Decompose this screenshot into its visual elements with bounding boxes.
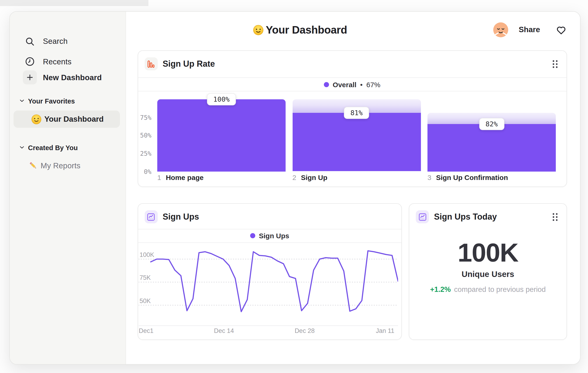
y-tick-label: 75% — [140, 113, 151, 121]
sidebar-section-created-by-you[interactable]: Created By You — [10, 142, 125, 154]
x-tick-label: Jan 11 — [376, 327, 394, 334]
stat-delta-row: +1.2% compared to previous period — [409, 285, 567, 294]
sidebar-section-label: Your Favorites — [28, 97, 75, 105]
divider — [138, 77, 566, 78]
sign-ups-card: Sign Ups Sign Ups 100K75K50K Dec1Dec 14D… — [137, 203, 402, 340]
card-title: Sign Ups — [163, 212, 199, 222]
legend-separator: • — [360, 81, 363, 89]
sign-up-rate-card: Sign Up Rate Overall • 67% 75%50%25%0% 1… — [137, 50, 567, 187]
step-number: 1 — [157, 173, 161, 181]
divider — [138, 242, 401, 243]
page-title: Your Dashboard — [266, 24, 347, 36]
sign-ups-today-card: Sign Ups Today 100K Unique Users +1.2% c… — [409, 203, 567, 340]
legend-dot — [250, 233, 255, 238]
funnel-legend: Overall • 67% — [138, 81, 566, 89]
step-name: Sign Up Confirmation — [436, 173, 508, 181]
legend-label: Sign Ups — [259, 232, 289, 240]
legend-dot — [324, 82, 329, 87]
sidebar-item-search[interactable]: Search — [10, 33, 125, 50]
funnel-value-label: 82% — [479, 118, 504, 130]
pencil-emoji-icon — [29, 161, 38, 171]
background-window-edge — [0, 0, 148, 6]
x-tick-label: Dec 14 — [214, 327, 234, 334]
plus-icon — [23, 71, 37, 84]
card-title: Sign Ups Today — [434, 212, 497, 222]
sidebar-section-your-favorites[interactable]: Your Favorites — [10, 95, 125, 107]
chevron-down-icon — [19, 97, 25, 105]
divider — [138, 91, 566, 91]
funnel-bar[interactable] — [157, 99, 286, 171]
smiley-emoji-icon — [31, 114, 42, 124]
funnel-value-label: 81% — [344, 107, 369, 119]
funnel-bar-converted — [157, 99, 286, 171]
app-window: Search Recents New Dashboard — [9, 11, 580, 364]
favorite-heart-icon[interactable] — [555, 24, 567, 38]
sidebar-item-your-dashboard[interactable]: Your Dashboard — [13, 111, 120, 128]
step-name: Home page — [166, 173, 204, 181]
stat-delta: +1.2% — [430, 285, 451, 294]
y-tick-label: 50% — [140, 132, 151, 139]
funnel-bar-converted — [292, 113, 421, 171]
sidebar-item-label: My Reports — [41, 161, 81, 170]
step-number: 2 — [292, 173, 296, 181]
line-x-axis: Dec1Dec 14Dec 28Jan 11 — [139, 327, 398, 336]
drag-handle-icon[interactable] — [552, 60, 558, 71]
share-button[interactable]: Share — [519, 25, 540, 34]
y-tick-label: 25% — [140, 150, 151, 157]
line-chart-svg — [139, 247, 398, 325]
funnel-step-label: 1Home page — [157, 173, 203, 181]
insights-chart-icon — [416, 210, 429, 223]
funnel-chart-icon — [144, 57, 158, 71]
user-avatar[interactable] — [493, 22, 508, 37]
search-icon — [23, 36, 36, 46]
x-tick-label: Dec 28 — [295, 327, 315, 334]
stat-value: 100K — [409, 237, 567, 268]
screen: Search Recents New Dashboard — [0, 0, 588, 373]
sidebar-item-label: Search — [43, 37, 68, 46]
smiley-emoji-icon — [253, 24, 263, 35]
card-title: Sign Up Rate — [163, 59, 215, 69]
sidebar-item-label: Your Dashboard — [44, 115, 104, 123]
x-axis-line — [139, 325, 398, 326]
line-plot: 100K75K50K — [139, 247, 398, 325]
sidebar-item-label: New Dashboard — [43, 73, 102, 82]
x-tick-label: Dec1 — [139, 327, 154, 334]
funnel-step-labels: 1Home page2Sign Up3Sign Up Confirmation — [138, 173, 566, 184]
funnel-y-axis: 75%50%25%0% — [138, 99, 151, 171]
chevron-down-icon — [19, 144, 25, 152]
divider — [138, 229, 401, 229]
sidebar-item-new-dashboard[interactable]: New Dashboard — [10, 62, 125, 93]
sidebar-item-my-reports[interactable]: My Reports — [10, 157, 125, 174]
funnel-plot: 100%81%82% — [157, 99, 556, 171]
funnel-bar-converted — [428, 124, 556, 171]
line-legend: Sign Ups — [138, 232, 401, 240]
step-name: Sign Up — [301, 173, 327, 181]
dashboard-header: Your Dashboard Share — [126, 11, 580, 49]
line-series — [151, 251, 398, 312]
stat-delta-note: compared to previous period — [454, 285, 546, 294]
funnel-value-label: 100% — [207, 93, 236, 105]
funnel-step-label: 2Sign Up — [292, 173, 327, 181]
sidebar-section-label: Created By You — [28, 144, 78, 151]
insights-chart-icon — [144, 210, 158, 223]
legend-value: 67% — [366, 81, 380, 89]
funnel-step-label: 3Sign Up Confirmation — [428, 173, 508, 181]
stat-caption: Unique Users — [409, 270, 567, 279]
drag-handle-icon[interactable] — [552, 213, 558, 223]
sidebar: Search Recents New Dashboard — [10, 11, 126, 364]
legend-label: Overall — [333, 81, 357, 89]
step-number: 3 — [428, 173, 431, 181]
